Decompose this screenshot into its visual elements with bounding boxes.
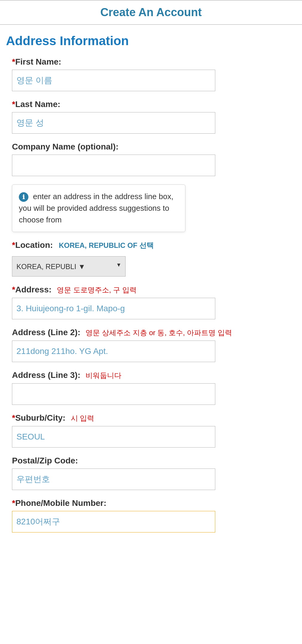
address-input[interactable] (12, 298, 215, 319)
address2-group: Address (Line 2): 영문 상세주소 지층 or 동, 호수, 아… (12, 328, 290, 362)
phone-input[interactable] (12, 511, 215, 532)
required-marker: * (12, 413, 15, 422)
page-title: Create An Account (0, 6, 302, 19)
required-marker: * (12, 240, 15, 250)
required-marker: * (12, 57, 15, 66)
first-name-label: *First Name: (12, 57, 290, 67)
location-select-wrapper: KOREA, REPUBLI ▼ (12, 253, 126, 277)
form-container: *First Name: *Last Name: Company Name (o… (0, 57, 302, 532)
phone-group: *Phone/Mobile Number: (12, 498, 290, 532)
postal-code-input[interactable] (12, 468, 215, 490)
address2-input[interactable] (12, 341, 215, 362)
address3-group: Address (Line 3): 비워둡니다 (12, 370, 290, 405)
location-label: *Location: KOREA, REPUBLIC OF 선택 (12, 240, 290, 250)
last-name-group: *Last Name: (12, 100, 290, 134)
info-icon: ℹ (19, 192, 28, 202)
company-name-input[interactable] (12, 155, 215, 176)
suburb-city-input[interactable] (12, 426, 215, 448)
address-hint: 영문 도로명주소, 구 입력 (57, 286, 137, 294)
suburb-city-label: *Suburb/City: 시 입력 (12, 413, 290, 423)
suburb-city-group: *Suburb/City: 시 입력 (12, 413, 290, 448)
company-name-group: Company Name (optional): (12, 142, 290, 176)
address-group: *Address: 영문 도로명주소, 구 입력 (12, 285, 290, 319)
address2-hint: 영문 상세주소 지층 or 동, 호수, 아파트명 입력 (86, 329, 232, 337)
first-name-input[interactable] (12, 70, 215, 91)
first-name-group: *First Name: (12, 57, 290, 91)
required-marker: * (12, 100, 15, 109)
address3-hint: 비워둡니다 (86, 371, 121, 379)
address3-label: Address (Line 3): 비워둡니다 (12, 370, 290, 380)
required-marker: * (12, 498, 15, 508)
address-tooltip: ℹ enter an address in the address line b… (12, 184, 185, 232)
address2-label: Address (Line 2): 영문 상세주소 지층 or 동, 호수, 아… (12, 328, 290, 338)
required-marker: * (12, 285, 15, 294)
company-name-label: Company Name (optional): (12, 142, 290, 152)
location-select[interactable]: KOREA, REPUBLI ▼ (12, 256, 126, 277)
suburb-city-hint: 시 입력 (71, 414, 94, 422)
phone-label: *Phone/Mobile Number: (12, 498, 290, 508)
address3-input[interactable] (12, 383, 215, 405)
section-title: Address Information (6, 34, 296, 48)
postal-code-group: Postal/Zip Code: (12, 456, 290, 490)
last-name-label: *Last Name: (12, 100, 290, 109)
location-link[interactable]: KOREA, REPUBLIC OF 선택 (59, 241, 154, 249)
location-group: *Location: KOREA, REPUBLIC OF 선택 KOREA, … (12, 240, 290, 277)
postal-code-label: Postal/Zip Code: (12, 456, 290, 466)
address-label: *Address: 영문 도로명주소, 구 입력 (12, 285, 290, 295)
page-header: Create An Account (0, 0, 302, 25)
last-name-input[interactable] (12, 112, 215, 134)
